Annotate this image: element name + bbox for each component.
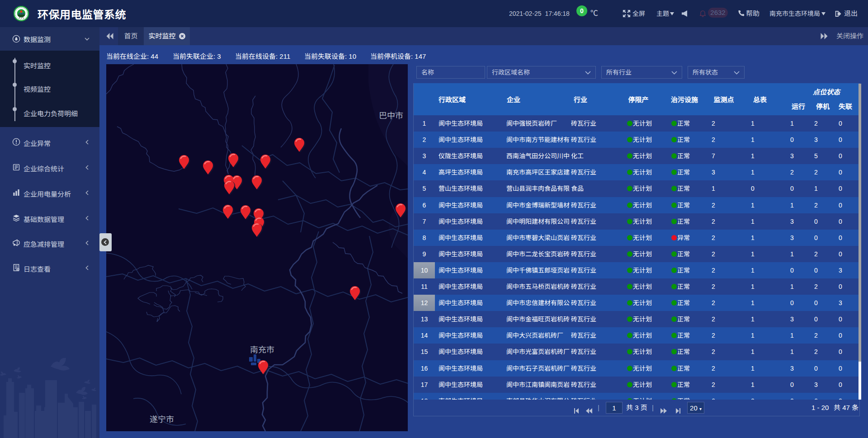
svg-text:南充市: 南充市 [250, 345, 274, 354]
svg-text:巴中市: 巴中市 [379, 111, 403, 120]
svg-text:遂宁市: 遂宁市 [150, 415, 174, 424]
